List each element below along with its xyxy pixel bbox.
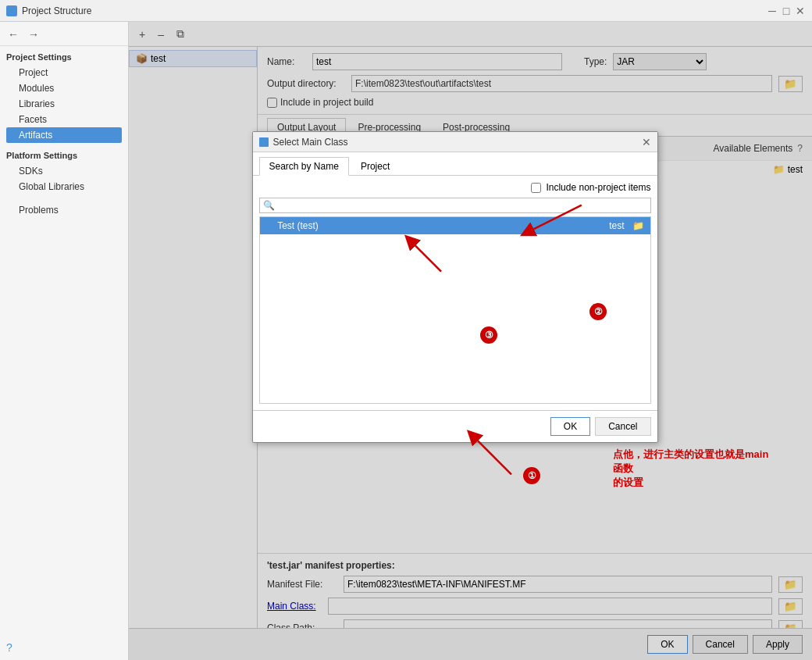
search-box: 🔍 — [259, 198, 651, 213]
sidebar-item-project[interactable]: Project — [6, 65, 122, 80]
class-icon: C — [266, 220, 273, 231]
sidebar-item-global-libraries[interactable]: Global Libraries — [6, 179, 122, 194]
nav-back-button[interactable]: ← — [5, 27, 22, 42]
sidebar-item-facets[interactable]: Facets — [6, 112, 122, 127]
project-settings-section: Project Settings Project Modules Librari… — [0, 46, 128, 144]
platform-settings-title: Platform Settings — [6, 151, 122, 160]
content-area: + – ⧉ 📦 test Name: Type: — [129, 22, 812, 660]
sidebar-item-problems[interactable]: Problems — [6, 202, 122, 218]
sidebar: ← → Project Settings Project Modules Lib… — [0, 22, 129, 660]
dialog-buttons: OK Cancel — [253, 410, 657, 442]
sidebar-nav: ← → — [0, 22, 128, 46]
nav-forward-button[interactable]: → — [25, 27, 42, 42]
dialog-tab-search-by-name[interactable]: Search by Name — [259, 157, 349, 176]
sidebar-item-sdks[interactable]: SDKs — [6, 163, 122, 179]
dialog-ok-button[interactable]: OK — [550, 417, 590, 436]
sidebar-item-artifacts[interactable]: Artifacts — [6, 127, 122, 143]
non-project-checkbox[interactable] — [531, 183, 541, 193]
select-main-class-dialog: Select Main Class ✕ Search by Name Proje… — [252, 131, 658, 443]
non-project-label: Include non-project items — [546, 182, 650, 193]
class-item-folder-icon: 📁 — [632, 220, 644, 231]
search-input[interactable] — [278, 200, 647, 211]
maximize-button[interactable]: □ — [781, 5, 792, 16]
dialog-title-text: Select Main Class — [273, 137, 642, 148]
minimize-button[interactable]: ─ — [767, 5, 778, 16]
close-button[interactable]: ✕ — [795, 5, 806, 16]
class-item-module: test — [609, 220, 624, 231]
project-settings-title: Project Settings — [6, 52, 122, 62]
title-bar: Project Structure ─ □ ✕ — [0, 0, 812, 22]
non-project-row: Include non-project items — [259, 182, 651, 193]
platform-settings-section: Platform Settings SDKs Global Libraries — [0, 144, 128, 196]
dialog-close-button[interactable]: ✕ — [642, 136, 651, 148]
class-list: C Test (test) test 📁 — [259, 216, 651, 404]
dialog-title-icon — [259, 137, 269, 147]
help-icon[interactable]: ? — [6, 641, 12, 654]
app-icon — [6, 5, 17, 16]
class-list-item[interactable]: C Test (test) test 📁 — [260, 217, 650, 234]
dialog-tab-project[interactable]: Project — [351, 157, 400, 175]
window-title: Project Structure — [22, 5, 91, 16]
dialog-overlay: Select Main Class ✕ Search by Name Proje… — [129, 22, 812, 660]
sidebar-item-libraries[interactable]: Libraries — [6, 96, 122, 112]
sidebar-problems-section: Problems — [0, 196, 128, 219]
main-container: ← → Project Settings Project Modules Lib… — [0, 22, 812, 660]
dialog-title-bar: Select Main Class ✕ — [253, 132, 657, 152]
dialog-content: Include non-project items 🔍 C Test (test… — [253, 176, 657, 410]
sidebar-item-modules[interactable]: Modules — [6, 80, 122, 96]
dialog-tabs: Search by Name Project — [253, 152, 657, 176]
class-item-name: Test (test) — [277, 220, 319, 231]
window-controls: ─ □ ✕ — [767, 5, 806, 16]
search-icon: 🔍 — [263, 200, 275, 211]
dialog-cancel-button[interactable]: Cancel — [595, 417, 650, 436]
